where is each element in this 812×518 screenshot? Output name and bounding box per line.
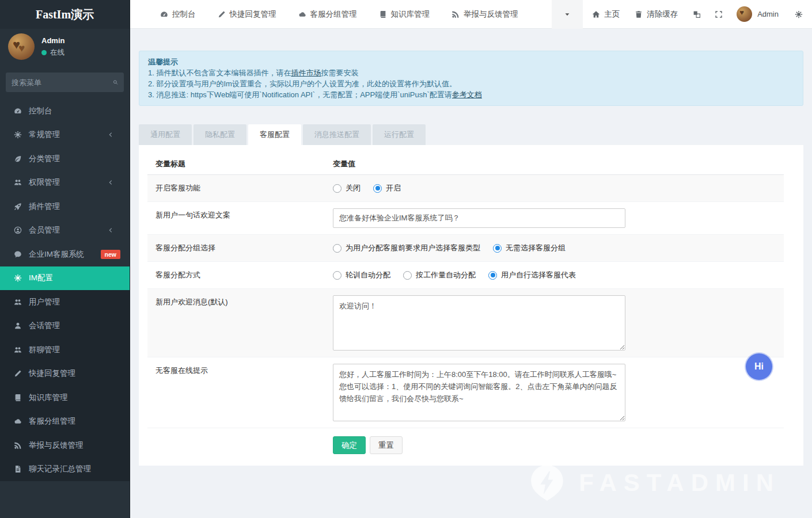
table-row-assign-mode: 客服分配方式 轮训自动分配 按工作量自动分配 用户自行选 [147, 262, 784, 289]
topbar-user-menu[interactable]: ♥ Admin [737, 6, 779, 22]
radio-require-group[interactable]: 为用户分配客服前要求用户选择客服类型 [333, 243, 480, 253]
sidebar-search[interactable] [6, 73, 124, 92]
pencil-icon [218, 10, 226, 18]
trash-icon [635, 10, 643, 18]
radio-open[interactable]: 开启 [373, 183, 401, 193]
fullscreen-icon[interactable] [715, 10, 723, 18]
table-header-row: 变量标题 变量值 [147, 154, 784, 175]
nav-item-quick-reply[interactable]: 快捷回复管理 [218, 9, 276, 20]
search-input[interactable] [12, 78, 113, 87]
rss-icon [451, 10, 460, 18]
sidebar-item-auth[interactable]: 权限管理 [0, 171, 130, 195]
topbar-user-name: Admin [757, 10, 779, 18]
tab-privacy-config[interactable]: 隐私配置 [193, 124, 246, 145]
sidebar-item-report-feedback[interactable]: 举报与反馈管理 [0, 433, 130, 458]
chevron-left-icon [108, 132, 113, 138]
sidebar-item-group-chat[interactable]: 群聊管理 [0, 338, 130, 362]
radio-selected-icon[interactable] [493, 244, 502, 253]
chevron-left-icon [108, 227, 113, 233]
content-area: 温馨提示 1. 插件默认不包含富文本编辑器插件，请在插件市场按需要安装 2. 部… [130, 29, 812, 518]
reference-doc-link[interactable]: 参考文档 [452, 90, 482, 99]
column-header-value: 变量值 [325, 154, 784, 174]
tab-service-config[interactable]: 客服配置 [248, 124, 301, 145]
users-icon [14, 298, 22, 306]
reset-button[interactable]: 重置 [370, 436, 403, 454]
nav-item-knowledge[interactable]: 知识库管理 [379, 9, 430, 20]
welcome-text-input[interactable] [333, 208, 625, 228]
clear-cache-button[interactable]: 清除缓存 [635, 9, 678, 20]
radio-icon[interactable] [333, 271, 342, 280]
radio-close[interactable]: 关闭 [333, 183, 361, 193]
nav-overflow-dropdown[interactable] [552, 0, 583, 29]
radio-icon[interactable] [333, 244, 342, 253]
radio-no-group[interactable]: 无需选择客服分组 [493, 243, 566, 253]
sidebar-item-user-manage[interactable]: 用户管理 [0, 290, 130, 314]
chevron-left-icon [108, 180, 113, 185]
sidebar-item-knowledge[interactable]: 知识库管理 [0, 386, 130, 410]
radio-icon[interactable] [403, 271, 412, 280]
user-circle-icon [14, 226, 22, 234]
welcome-msg-textarea[interactable]: 欢迎访问！ [333, 295, 625, 351]
nav-item-dashboard[interactable]: 控制台 [160, 9, 196, 20]
radio-selected-icon[interactable] [373, 184, 382, 193]
radio-user-choose[interactable]: 用户自行选择客服代表 [488, 270, 576, 280]
radio-by-workload[interactable]: 按工作量自动分配 [403, 270, 476, 280]
user-name: Admin [41, 36, 64, 45]
settings-gear-icon[interactable] [795, 10, 803, 18]
topbar-menu: 控制台 快捷回复管理 客服分组管理 知识库管理 举报与反馈管理 [160, 9, 518, 20]
addon-market-link[interactable]: 插件市场 [291, 68, 321, 77]
app-title: FastIm演示 [0, 0, 130, 29]
sidebar-item-im-config[interactable]: IM配置 [0, 266, 130, 291]
sidebar-item-chat-log[interactable]: 聊天记录汇总管理 [0, 458, 130, 482]
sidebar-item-member[interactable]: 会员管理 [0, 219, 130, 243]
sidebar-item-addon[interactable]: 插件管理 [0, 195, 130, 219]
avatar[interactable]: ♥♥ [8, 33, 35, 60]
comment-icon [14, 250, 22, 258]
sidebar-item-im-system[interactable]: 企业IM客服系统 new [0, 242, 130, 266]
user-icon [14, 322, 22, 330]
sidebar-item-general[interactable]: 常规管理 [0, 123, 130, 147]
sidebar-item-session-manage[interactable]: 会话管理 [0, 314, 130, 338]
home-button[interactable]: 主页 [592, 9, 620, 20]
radio-round-robin[interactable]: 轮训自动分配 [333, 270, 390, 280]
radio-icon[interactable] [333, 184, 342, 193]
info-alert: 温馨提示 1. 插件默认不包含富文本编辑器插件，请在插件市场按需要安装 2. 部… [139, 51, 803, 106]
cloud-icon [298, 10, 306, 18]
file-text-icon [14, 465, 22, 473]
table-row-welcome-text: 新用户一句话欢迎文案 [147, 202, 784, 235]
offline-tip-textarea[interactable]: 您好，人工客服工作时间为：上午8:00至下午18:00。请在工作时间联系人工客服… [333, 364, 625, 421]
sidebar-item-dashboard[interactable]: 控制台 [0, 99, 130, 123]
cloud-icon [14, 417, 22, 425]
sidebar-item-service-group[interactable]: 客服分组管理 [0, 410, 130, 434]
sidebar-item-quick-reply[interactable]: 快捷回复管理 [0, 362, 130, 386]
submit-button[interactable]: 确定 [333, 436, 366, 454]
tab-general-config[interactable]: 通用配置 [139, 124, 192, 145]
tab-runtime-config[interactable]: 运行配置 [373, 124, 426, 145]
avatar: ♥ [737, 6, 752, 22]
table-row-welcome-msg: 新用户欢迎消息(默认) 欢迎访问！ [147, 289, 784, 357]
alert-line-3: 3. 消息推送: https下Web端可使用`Notification API`… [148, 89, 794, 100]
nav-item-service-group[interactable]: 客服分组管理 [298, 9, 357, 20]
chat-widget-button[interactable]: Hi [746, 353, 772, 380]
sidebar-menu: 控制台 常规管理 分类管理 权限管理 插件管理 会员管理 企业IM客服系统 [0, 99, 130, 481]
config-table: 变量标题 变量值 开启客服功能 关闭 开启 [147, 154, 784, 428]
table-row-enable-service: 开启客服功能 关闭 开启 [147, 175, 784, 202]
table-row-group-select: 客服分配分组选择 为用户分配客服前要求用户选择客服类型 无需选择客服分组 [147, 235, 784, 262]
radio-selected-icon[interactable] [488, 271, 497, 280]
tab-push-config[interactable]: 消息推送配置 [303, 124, 371, 145]
sidebar: FastIm演示 ♥♥ Admin 在线 控制台 常规管理 分类管理 [0, 0, 130, 518]
home-icon [592, 10, 600, 18]
gears-icon [14, 274, 22, 282]
rss-icon [14, 441, 22, 450]
table-row-offline-tip: 无客服在线提示 您好，人工客服工作时间为：上午8:00至下午18:00。请在工作… [147, 357, 784, 428]
language-icon[interactable] [693, 10, 701, 18]
top-navbar: 控制台 快捷回复管理 客服分组管理 知识库管理 举报与反馈管理 主页 清除缓 [130, 0, 812, 29]
online-status-dot [41, 50, 47, 55]
rocket-icon [14, 203, 22, 211]
sidebar-item-category[interactable]: 分类管理 [0, 147, 130, 171]
alert-line-1: 1. 插件默认不包含富文本编辑器插件，请在插件市场按需要安装 [148, 67, 794, 78]
new-badge: new [101, 250, 120, 259]
sidebar-user-panel: ♥♥ Admin 在线 [0, 29, 130, 64]
users-icon [14, 346, 22, 354]
nav-item-report-feedback[interactable]: 举报与反馈管理 [451, 9, 518, 20]
